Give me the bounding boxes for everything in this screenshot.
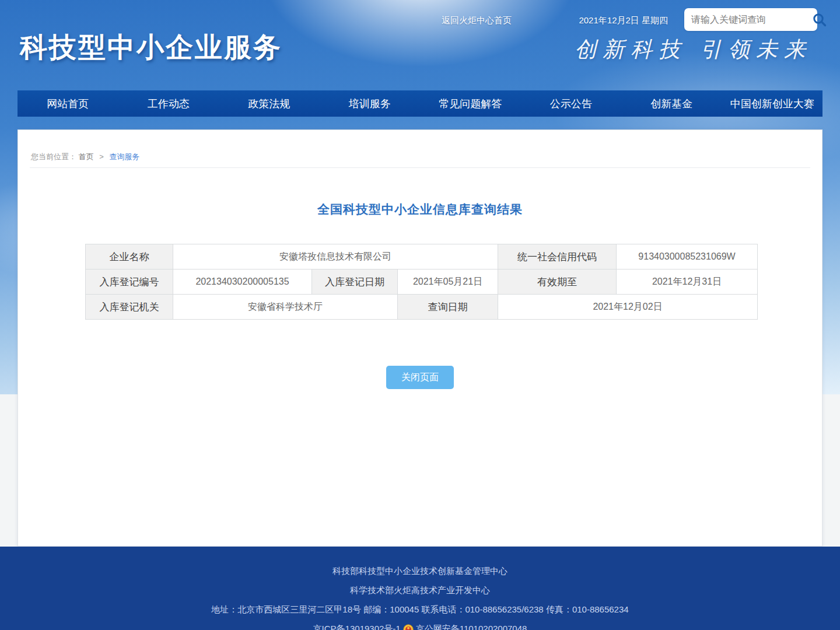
icp-number[interactable]: 京ICP备13019302号-1 (313, 624, 401, 630)
nav-item-training[interactable]: 培训服务 (320, 90, 421, 117)
footer-address-line: 地址：北京市西城区三里河二区甲18号 邮编：100045 联系电话：010-88… (211, 604, 628, 615)
breadcrumb-separator: > (99, 152, 104, 161)
nav-item-faq[interactable]: 常见问题解答 (420, 90, 521, 117)
credit-code-label: 统一社会信用代码 (498, 244, 617, 270)
nav-item-innovation-fund[interactable]: 创新基金 (621, 90, 722, 117)
search-icon[interactable] (812, 12, 827, 28)
table-row: 入库登记机关 安徽省科学技术厅 查询日期 2021年12月02日 (86, 295, 758, 320)
breadcrumb: 您当前位置： 首页 > 查询服务 (31, 152, 139, 162)
torch-center-home-link[interactable]: 返回火炬中心首页 (442, 15, 512, 26)
query-date-label: 查询日期 (398, 295, 498, 320)
query-result-table: 企业名称 安徽塔孜信息技术有限公司 统一社会信用代码 9134030008523… (85, 244, 758, 320)
table-row: 企业名称 安徽塔孜信息技术有限公司 统一社会信用代码 9134030008523… (86, 244, 758, 270)
main-nav: 网站首页 工作动态 政策法规 培训服务 常见问题解答 公示公告 创新基金 中国创… (18, 90, 822, 117)
registration-number-value: 202134030200005135 (173, 270, 312, 295)
credit-code-value: 91340300085231069W (617, 244, 758, 270)
registration-authority-value: 安徽省科学技术厅 (173, 295, 398, 320)
nav-item-work-news[interactable]: 工作动态 (118, 90, 219, 117)
police-record-number[interactable]: 京公网安备11010202007048 (416, 624, 527, 630)
nav-item-home[interactable]: 网站首页 (18, 90, 118, 117)
breadcrumb-prefix: 您当前位置： (31, 152, 76, 161)
company-name-label: 企业名称 (86, 244, 173, 270)
search-box (684, 8, 817, 31)
registration-number-label: 入库登记编号 (86, 270, 173, 295)
content-panel: 您当前位置： 首页 > 查询服务 全国科技型中小企业信息库查询结果 企业名称 安… (18, 130, 822, 547)
footer-org-line-1: 科技部科技型中小企业技术创新基金管理中心 (332, 566, 508, 577)
nav-item-announcements[interactable]: 公示公告 (521, 90, 622, 117)
page-title: 全国科技型中小企业信息库查询结果 (18, 201, 822, 218)
breadcrumb-divider (30, 167, 810, 168)
current-date: 2021年12月2日 星期四 (579, 15, 668, 26)
nav-item-policies[interactable]: 政策法规 (219, 90, 320, 117)
table-row: 入库登记编号 202134030200005135 入库登记日期 2021年05… (86, 270, 758, 295)
police-badge-icon (403, 624, 414, 630)
site-slogan: 创新科技 引领未来 (575, 35, 812, 64)
close-page-button[interactable]: 关闭页面 (386, 366, 454, 389)
top-bar: 返回火炬中心首页 2021年12月2日 星期四 (0, 8, 840, 32)
registration-date-value: 2021年05月21日 (398, 270, 498, 295)
nav-item-innovation-contest[interactable]: 中国创新创业大赛 (722, 90, 823, 117)
valid-until-value: 2021年12月31日 (617, 270, 758, 295)
company-name-value: 安徽塔孜信息技术有限公司 (173, 244, 498, 270)
breadcrumb-home-link[interactable]: 首页 (79, 152, 94, 161)
page: 返回火炬中心首页 2021年12月2日 星期四 科技型中小企业服务 创新科技 引… (0, 0, 840, 630)
query-date-value: 2021年12月02日 (498, 295, 758, 320)
footer: 科技部科技型中小企业技术创新基金管理中心 科学技术部火炬高技术产业开发中心 地址… (0, 547, 840, 630)
site-logo: 科技型中小企业服务 (20, 29, 282, 66)
registration-date-label: 入库登记日期 (312, 270, 398, 295)
footer-org-line-2: 科学技术部火炬高技术产业开发中心 (350, 585, 490, 596)
footer-beian-line: 京ICP备13019302号-1 京公网安备11010202007048 (313, 624, 527, 630)
breadcrumb-current-link[interactable]: 查询服务 (109, 152, 139, 161)
valid-until-label: 有效期至 (498, 270, 617, 295)
search-input[interactable] (691, 15, 812, 25)
registration-authority-label: 入库登记机关 (86, 295, 173, 320)
